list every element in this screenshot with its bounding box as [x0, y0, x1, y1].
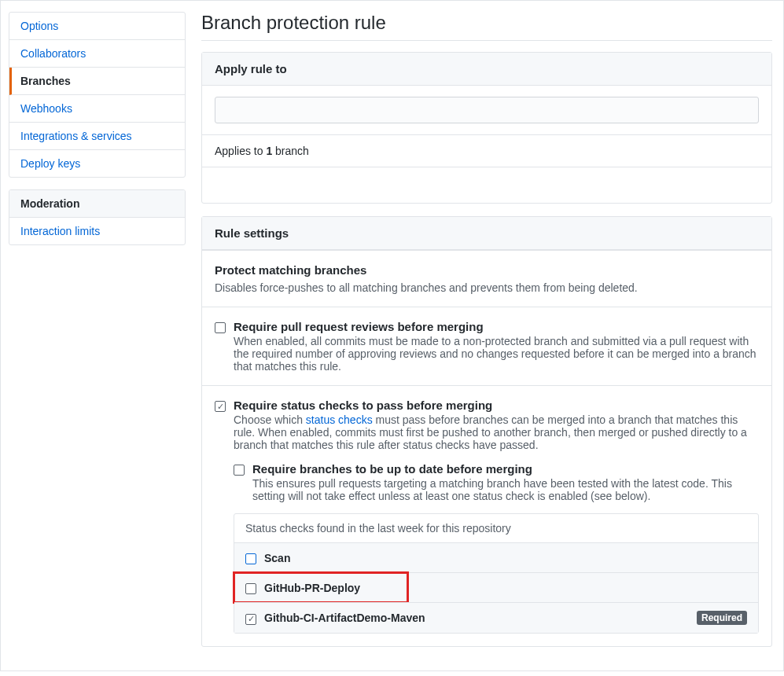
- status-checks-link[interactable]: status checks: [306, 413, 373, 426]
- status-check-ci-maven[interactable]: Github-CI-ArtifactDemo-Maven Required: [234, 602, 758, 633]
- nav-collaborators[interactable]: Collaborators: [9, 40, 185, 68]
- scan-name: Scan: [264, 552, 290, 564]
- settings-nav: Options Collaborators Branches Webhooks …: [9, 12, 186, 178]
- protect-section: Protect matching branches Disables force…: [202, 250, 771, 307]
- require-uptodate-label: Require branches to be up to date before…: [252, 462, 759, 476]
- ci-maven-name: Github-CI-ArtifactDemo-Maven: [264, 612, 425, 624]
- rule-settings-panel: Rule settings Protect matching branches …: [201, 216, 772, 647]
- nav-branches[interactable]: Branches: [9, 68, 185, 95]
- require-status-section: Require status checks to pass before mer…: [202, 385, 771, 646]
- scan-checkbox[interactable]: [245, 553, 256, 564]
- pr-deploy-name: GitHub-PR-Deploy: [264, 582, 360, 594]
- required-badge: Required: [697, 611, 747, 625]
- main-content: Branch protection rule Apply rule to App…: [186, 1, 783, 670]
- status-check-scan[interactable]: Scan: [234, 542, 758, 572]
- blank-row: [202, 167, 771, 203]
- pr-deploy-checkbox[interactable]: [245, 583, 256, 594]
- settings-sidebar: Options Collaborators Branches Webhooks …: [1, 1, 186, 670]
- require-status-label: Require status checks to pass before mer…: [234, 399, 759, 412]
- nav-integrations[interactable]: Integrations & services: [9, 123, 185, 150]
- status-checks-head: Status checks found in the last week for…: [234, 514, 758, 542]
- nav-webhooks[interactable]: Webhooks: [9, 95, 185, 123]
- moderation-header: Moderation: [9, 190, 185, 218]
- rule-settings-header: Rule settings: [202, 217, 771, 250]
- applies-to-text: Applies to 1 branch: [202, 134, 771, 167]
- branch-pattern-input[interactable]: [215, 97, 759, 123]
- apply-rule-panel: Apply rule to Applies to 1 branch: [201, 52, 772, 204]
- require-uptodate-checkbox[interactable]: [234, 465, 245, 476]
- require-uptodate-desc: This ensures pull requests targeting a m…: [252, 477, 759, 502]
- protect-desc: Disables force-pushes to all matching br…: [215, 281, 759, 294]
- require-status-desc: Choose which status checks must pass bef…: [234, 413, 759, 451]
- status-checks-panel: Status checks found in the last week for…: [234, 513, 759, 634]
- require-pr-desc: When enabled, all commits must be made t…: [234, 335, 759, 373]
- page-title: Branch protection rule: [201, 12, 772, 41]
- apply-rule-header: Apply rule to: [202, 53, 771, 86]
- require-pr-section: Require pull request reviews before merg…: [202, 307, 771, 385]
- nav-options[interactable]: Options: [9, 13, 185, 40]
- protect-title: Protect matching branches: [215, 263, 759, 277]
- status-check-pr-deploy[interactable]: GitHub-PR-Deploy: [234, 572, 758, 602]
- nav-deploy-keys[interactable]: Deploy keys: [9, 150, 185, 177]
- require-pr-label: Require pull request reviews before merg…: [234, 320, 759, 333]
- require-status-checkbox[interactable]: [215, 401, 226, 412]
- ci-maven-checkbox[interactable]: [245, 614, 256, 625]
- require-pr-checkbox[interactable]: [215, 322, 226, 333]
- moderation-nav: Moderation Interaction limits: [9, 189, 186, 245]
- nav-interaction-limits[interactable]: Interaction limits: [9, 218, 185, 244]
